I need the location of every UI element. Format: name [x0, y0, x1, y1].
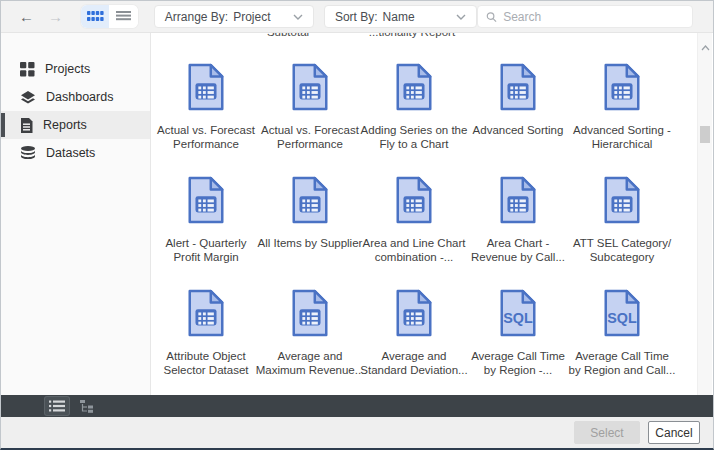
sidebar-item-label: Projects: [45, 62, 90, 76]
report-table-icon: [288, 63, 332, 113]
select-button[interactable]: Select: [574, 421, 640, 444]
sort-by-value: Name: [383, 10, 415, 24]
file-item[interactable]: Average and Maximum Revenue...: [258, 289, 362, 395]
reports-doc-icon: [20, 118, 33, 133]
report-table-icon: [184, 289, 228, 339]
search-box: [477, 5, 693, 28]
file-item[interactable]: Average and Standard Deviation...: [362, 289, 466, 395]
sql-file-icon: SQL: [496, 289, 540, 339]
vertical-scrollbar[interactable]: [697, 33, 712, 395]
back-icon[interactable]: ←: [15, 9, 38, 24]
arrange-by-dropdown[interactable]: Arrange By: Project: [154, 5, 314, 28]
report-table-icon: [392, 289, 436, 339]
report-table-icon: [392, 63, 436, 113]
report-table-icon: [600, 176, 644, 226]
arrange-by-value: Project: [233, 10, 270, 24]
search-icon: [486, 11, 497, 23]
file-label: Average Call Time by Region and Call...: [559, 349, 685, 377]
report-table-icon: [496, 176, 540, 226]
file-item[interactable]: Area and Line Chart combination -...: [362, 176, 466, 289]
sidebar-item-dashboards[interactable]: Dashboards: [1, 83, 150, 111]
file-label: Advanced Sorting - Hierarchical: [559, 123, 685, 151]
report-table-icon: [496, 63, 540, 113]
clipped-file-label: ...tionality Report: [369, 33, 455, 38]
search-input[interactable]: [503, 10, 684, 24]
list-glyph: [49, 400, 65, 412]
report-table-icon: [288, 289, 332, 339]
file-item[interactable]: Actual vs. Forecast Performance: [258, 63, 362, 176]
file-item[interactable]: Attribute Object Selector Dataset: [154, 289, 258, 395]
file-item[interactable]: SQLAverage Call Time by Region -...: [466, 289, 570, 395]
svg-text:SQL: SQL: [503, 310, 533, 326]
report-table-icon: [184, 63, 228, 113]
file-label: ATT SEL Category/ Subcategory: [559, 236, 685, 264]
open-report-dialog: ← → Arrange By: Proj: [0, 0, 714, 450]
dashboards-icon: [20, 90, 36, 104]
file-item[interactable]: Advanced Sorting - Hierarchical: [570, 63, 674, 176]
sidebar-item-reports[interactable]: Reports: [1, 111, 150, 139]
sidebar: ProjectsDashboardsReportsDatasets: [1, 33, 151, 395]
cancel-button[interactable]: Cancel: [648, 421, 700, 444]
projects-grid-icon: [20, 62, 35, 77]
status-bar: [1, 395, 713, 417]
list-view-icon[interactable]: [45, 397, 69, 415]
list-glyph: [116, 11, 131, 22]
scroll-up-icon[interactable]: [698, 37, 712, 55]
sidebar-item-datasets[interactable]: Datasets: [1, 139, 150, 167]
file-item[interactable]: ATT SEL Category/ Subcategory: [570, 176, 674, 289]
datasets-db-icon: [20, 146, 36, 160]
file-item[interactable]: Alert - Quarterly Profit Margin: [154, 176, 258, 289]
report-table-icon: [600, 63, 644, 113]
grid-view-icon[interactable]: [81, 5, 109, 28]
sidebar-item-projects[interactable]: Projects: [1, 55, 150, 83]
file-item[interactable]: All Items by Supplier: [258, 176, 362, 289]
tree-glyph: [80, 400, 95, 413]
file-list-panel: Subtotal ...tionality Report Actual vs. …: [152, 33, 696, 395]
sidebar-item-label: Reports: [43, 118, 87, 132]
sort-by-label: Sort By:: [335, 10, 378, 24]
view-toggle: [81, 5, 138, 28]
chevron-down-icon: [456, 14, 466, 20]
arrange-by-label: Arrange By:: [165, 10, 228, 24]
sql-file-icon: SQL: [600, 289, 644, 339]
report-table-icon: [392, 176, 436, 226]
file-grid: Actual vs. Forecast PerformanceActual vs…: [152, 63, 696, 395]
sidebar-item-label: Dashboards: [46, 90, 113, 104]
file-item[interactable]: Area Chart - Revenue by Call...: [466, 176, 570, 289]
file-item[interactable]: Actual vs. Forecast Performance: [154, 63, 258, 176]
toolbar: ← → Arrange By: Proj: [1, 1, 713, 33]
grid-glyph: [87, 11, 104, 22]
report-table-icon: [288, 176, 332, 226]
svg-text:SQL: SQL: [607, 310, 637, 326]
list-view-icon[interactable]: [109, 5, 137, 28]
forward-icon[interactable]: →: [44, 9, 67, 24]
file-item[interactable]: SQLAverage Call Time by Region and Call.…: [570, 289, 674, 395]
report-table-icon: [184, 176, 228, 226]
chevron-down-icon: [293, 14, 303, 20]
tree-view-icon[interactable]: [75, 397, 99, 415]
dialog-footer: Select Cancel: [1, 417, 713, 448]
sidebar-item-label: Datasets: [46, 146, 95, 160]
scrollbar-thumb[interactable]: [700, 126, 710, 143]
file-item[interactable]: Adding Series on the Fly to a Chart: [362, 63, 466, 176]
file-item[interactable]: Advanced Sorting: [466, 63, 570, 176]
clipped-file-label: Subtotal: [267, 33, 309, 38]
sort-by-dropdown[interactable]: Sort By: Name: [324, 5, 477, 28]
